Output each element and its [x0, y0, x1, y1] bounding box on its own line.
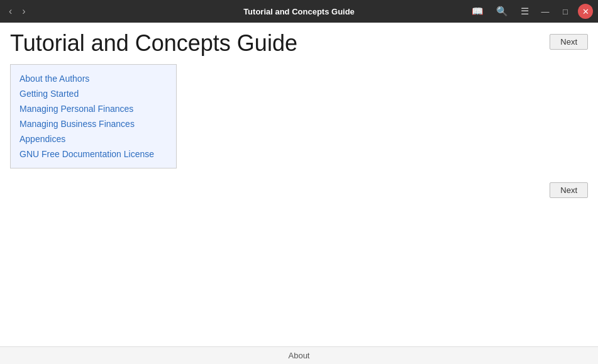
close-button[interactable]: ✕: [578, 4, 593, 19]
bottom-row: Next: [10, 179, 588, 198]
toc-item-business-finances[interactable]: Managing Business Finances: [19, 116, 167, 131]
toc-item-getting-started[interactable]: Getting Started: [19, 86, 167, 101]
toc-item-about[interactable]: About the Authors: [19, 71, 167, 86]
toc-item-personal-finances[interactable]: Managing Personal Finances: [19, 101, 167, 116]
next-top-button[interactable]: Next: [550, 34, 588, 50]
menu-icon-button[interactable]: ☰: [517, 4, 533, 18]
back-button[interactable]: ‹: [5, 4, 16, 18]
next-bottom-button[interactable]: Next: [550, 182, 588, 198]
titlebar: ‹ › Tutorial and Concepts Guide 📖 🔍 ☰ — …: [0, 0, 598, 23]
titlebar-nav: ‹ ›: [5, 4, 30, 18]
toc-item-appendices[interactable]: Appendices: [19, 131, 167, 146]
book-icon-button[interactable]: 📖: [468, 4, 487, 18]
toc-box: About the Authors Getting Started Managi…: [10, 64, 177, 168]
search-icon-button[interactable]: 🔍: [492, 4, 512, 18]
page-title: Tutorial and Concepts Guide: [10, 30, 297, 57]
toc-item-license[interactable]: GNU Free Documentation License: [19, 146, 167, 162]
titlebar-controls: 📖 🔍 ☰ — □ ✕: [468, 4, 593, 19]
statusbar-text: About: [289, 351, 310, 360]
maximize-button[interactable]: □: [558, 4, 573, 19]
titlebar-title: Tutorial and Concepts Guide: [243, 7, 355, 16]
top-row: Tutorial and Concepts Guide Next: [10, 30, 588, 57]
content-area: Tutorial and Concepts Guide Next About t…: [0, 23, 598, 346]
minimize-button[interactable]: —: [538, 4, 553, 19]
statusbar: About: [0, 346, 598, 364]
forward-button[interactable]: ›: [18, 4, 29, 18]
